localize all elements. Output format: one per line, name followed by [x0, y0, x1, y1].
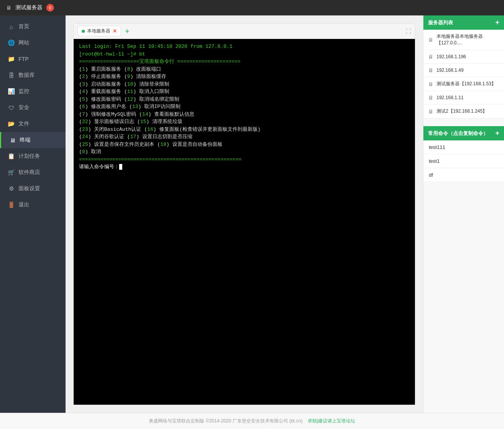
terminal-container: 本地服务器 ✕ + ⛶ Last login: Fri Sep 11 10:45… [73, 23, 415, 405]
server-icon: 🖥 [428, 108, 433, 115]
server-item[interactable]: 🖥192.168.1.49 [423, 64, 504, 77]
terminal-tab-local[interactable]: 本地服务器 ✕ [78, 26, 121, 36]
sidebar-item-security[interactable]: 🛡 安全 [0, 100, 66, 116]
cmd-list: test111test1df [423, 140, 504, 182]
security-icon: 🛡 [8, 105, 15, 111]
sidebar-label-ftp: FTP [19, 56, 29, 62]
server-icon: 🖥 [428, 37, 433, 43]
ftp-icon: 📁 [8, 56, 15, 62]
main-layout: ⌂ 首页 🌐 网站 📁 FTP 🗄 数据库 📊 监控 🛡 安全 📂 文件 🖥 [0, 15, 504, 413]
sidebar-label-home: 首页 [19, 23, 29, 30]
sidebar-item-home[interactable]: ⌂ 首页 [0, 19, 66, 35]
sidebar-item-files[interactable]: 📂 文件 [0, 116, 66, 132]
tab-label: 本地服务器 [87, 28, 110, 34]
files-icon: 📂 [8, 120, 15, 127]
server-label: 192.168.1.49 [437, 68, 464, 73]
server-icon: 🖥 [428, 95, 433, 101]
settings-icon: ⚙ [8, 185, 15, 192]
topbar: 🖥 测试服务器 0 [0, 0, 504, 15]
sidebar-label-files: 文件 [19, 120, 29, 127]
footer-text: 奥盛网络与宝塔联合定制版 ©2014-2020 广东堡垒安全技术有限公司 (bt… [149, 418, 302, 424]
sidebar-label-website: 网站 [19, 39, 29, 46]
server-icon: 🖥 [428, 54, 433, 60]
sidebar-label-software: 软件商店 [19, 169, 40, 176]
cmd-item[interactable]: test111 [423, 140, 504, 154]
add-terminal-button[interactable]: + [123, 27, 131, 35]
server-label: 192.168.1.196 [437, 54, 466, 59]
sidebar-item-ftp[interactable]: 📁 FTP [0, 51, 66, 67]
footer: 奥盛网络与宝塔联合定制版 ©2014-2020 广东堡垒安全技术有限公司 (bt… [0, 413, 504, 429]
server-label: 192.168.1.11 [437, 95, 464, 100]
sidebar-item-database[interactable]: 🗄 数据库 [0, 67, 66, 83]
terminal-body[interactable]: Last login: Fri Sep 11 10:45:10 2020 fro… [74, 39, 415, 405]
common-cmds-section: 常用命令（点击复制命令） + test111test1df [423, 126, 504, 182]
server-icon: 🖥 [428, 67, 433, 73]
sidebar-item-software[interactable]: 🛒 软件商店 [0, 164, 66, 181]
server-list: 🖥本地服务器本地服务器【127.0.0....🖥192.168.1.196🖥19… [423, 30, 504, 118]
tab-status-dot [82, 30, 85, 33]
sidebar-label-settings: 面板设置 [19, 185, 40, 192]
sidebar-label-terminal: 终端 [20, 137, 30, 144]
terminal-tabs: 本地服务器 ✕ + ⛶ [74, 24, 415, 39]
server-icon: 🖥 [428, 81, 433, 87]
sidebar-label-crontab: 计划任务 [19, 153, 40, 160]
crontab-icon: 📋 [8, 153, 15, 160]
server-label: 测试服务器【192.168.1.53】 [437, 81, 496, 87]
cmd-item[interactable]: test1 [423, 154, 504, 168]
content-area: 本地服务器 ✕ + ⛶ Last login: Fri Sep 11 10:45… [66, 15, 423, 413]
monitor-icon-side: 📊 [8, 88, 15, 95]
sidebar-item-logout[interactable]: 🚪 退出 [0, 197, 66, 213]
server-label: 本地服务器本地服务器【127.0.0.... [437, 33, 499, 46]
sidebar-label-database: 数据库 [19, 72, 35, 79]
sidebar-item-crontab[interactable]: 📋 计划任务 [0, 148, 66, 164]
right-panel: 服务器列表 + 🖥本地服务器本地服务器【127.0.0....🖥192.168.… [423, 15, 504, 413]
cmd-item[interactable]: df [423, 168, 504, 182]
sidebar-item-monitor[interactable]: 📊 监控 [0, 83, 66, 100]
sidebar-label-monitor: 监控 [19, 88, 29, 95]
sidebar-label-security: 安全 [19, 104, 29, 111]
sidebar-item-settings[interactable]: ⚙ 面板设置 [0, 181, 66, 197]
common-cmds-header: 常用命令（点击复制命令） + [423, 126, 504, 140]
server-item[interactable]: 🖥测试2【192.168.1.245】 [423, 105, 504, 118]
terminal-icon: 🖥 [9, 137, 16, 144]
server-list-header: 服务器列表 + [423, 15, 504, 30]
server-list-title: 服务器列表 [428, 19, 453, 26]
add-server-button[interactable]: + [495, 19, 499, 27]
server-item[interactable]: 🖥本地服务器本地服务器【127.0.0.... [423, 30, 504, 50]
sidebar-item-website[interactable]: 🌐 网站 [0, 35, 66, 51]
footer-link[interactable]: 求助|建议请上宝塔论坛 [308, 418, 355, 424]
expand-icon[interactable]: ⛶ [406, 28, 411, 34]
topbar-title: 测试服务器 [15, 4, 42, 11]
database-icon: 🗄 [8, 72, 15, 79]
software-icon: 🛒 [8, 169, 15, 176]
server-item[interactable]: 🖥测试服务器【192.168.1.53】 [423, 77, 504, 91]
sidebar-item-terminal[interactable]: 🖥 终端 [0, 132, 66, 148]
notification-badge: 0 [46, 4, 54, 12]
server-item[interactable]: 🖥192.168.1.196 [423, 50, 504, 64]
add-cmd-button[interactable]: + [495, 129, 499, 137]
home-icon: ⌂ [8, 24, 15, 30]
sidebar: ⌂ 首页 🌐 网站 📁 FTP 🗄 数据库 📊 监控 🛡 安全 📂 文件 🖥 [0, 15, 66, 413]
monitor-icon: 🖥 [6, 5, 12, 11]
server-item[interactable]: 🖥192.168.1.11 [423, 91, 504, 105]
website-icon: 🌐 [8, 39, 15, 46]
server-list-section: 服务器列表 + 🖥本地服务器本地服务器【127.0.0....🖥192.168.… [423, 15, 504, 118]
server-label: 测试2【192.168.1.245】 [437, 108, 487, 115]
common-cmds-title: 常用命令（点击复制命令） [428, 130, 488, 137]
tab-close-button[interactable]: ✕ [113, 28, 117, 34]
sidebar-label-logout: 退出 [19, 201, 29, 208]
logout-icon: 🚪 [8, 201, 15, 208]
